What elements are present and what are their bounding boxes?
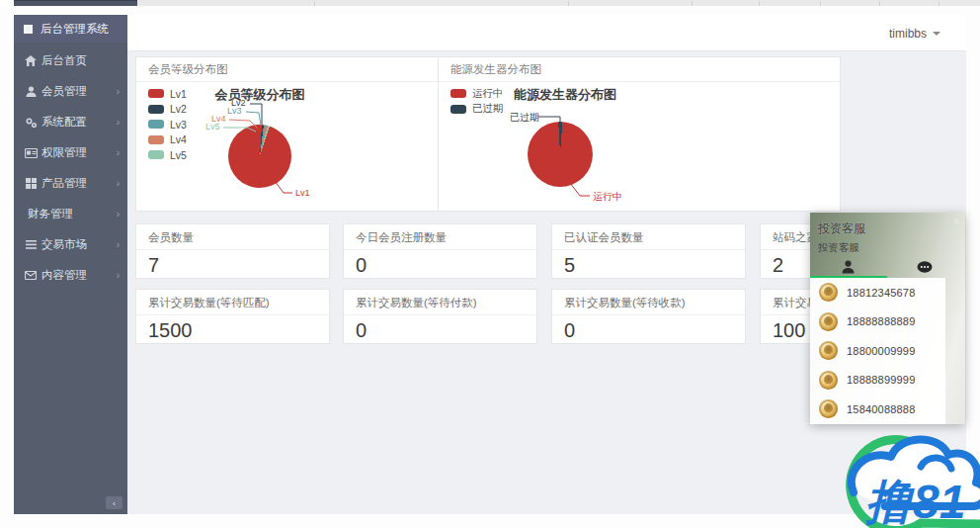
pie-callout-expired: 已过期	[510, 113, 539, 123]
grid-icon	[24, 178, 38, 190]
chart-legend: Lv1 Lv2 Lv3 Lv4 Lv5	[148, 86, 187, 163]
legend-label: Lv2	[170, 103, 187, 115]
sidebar-item-members[interactable]: 会员管理 ›	[14, 76, 127, 107]
legend-swatch	[148, 89, 164, 98]
tabstrip-lead	[0, 0, 14, 6]
tab-separator	[879, 1, 880, 6]
legend-item-lv4[interactable]: Lv4	[148, 132, 187, 148]
sidebar-item-market[interactable]: 交易市场 ›	[14, 229, 127, 260]
tab-separator	[759, 1, 760, 6]
customer-service-widget: × 投资客服 投资客服 18812345678 18888888889 1880…	[810, 213, 965, 424]
legend-swatch	[148, 120, 164, 129]
stat-value: 1500	[136, 315, 329, 342]
contact-list-item[interactable]: 18812345678	[810, 278, 945, 308]
gears-icon	[24, 117, 38, 129]
sidebar-item-home[interactable]: 后台首页	[14, 45, 127, 76]
pie-member-levels[interactable]	[228, 125, 291, 188]
legend-swatch	[148, 135, 164, 144]
sidebar-item-finance[interactable]: 财务管理 ›	[14, 199, 127, 229]
sidebar-item-system-config[interactable]: 系统配置 ›	[14, 107, 127, 137]
legend-item-lv2[interactable]: Lv2	[148, 102, 187, 118]
contacts-tab-person-icon[interactable]	[840, 259, 856, 275]
stat-card-today-registrations: 今日会员注册数量 0	[343, 223, 537, 279]
contact-list-item[interactable]: 18888899999	[810, 366, 945, 396]
gold-contact-icon	[819, 341, 838, 360]
generator-chart-card: 能源发生器分布图 运行中 已过期 能源发生器分布图 已过期 运行中	[438, 56, 841, 212]
sidebar-item-permissions[interactable]: 权限管理 ›	[14, 137, 127, 168]
sidebar-item-label: 内容管理	[41, 268, 117, 283]
contact-list-item[interactable]: 18800009999	[810, 336, 945, 366]
id-card-icon	[24, 147, 38, 159]
sidebar-item-label: 后台首页	[41, 53, 120, 68]
brand-square-icon	[24, 25, 33, 34]
sidebar-item-products[interactable]: 产品管理 ›	[14, 168, 127, 199]
pie-callout-lv3: Lv3	[227, 107, 242, 116]
chart-title: 能源发生器分布图	[486, 86, 644, 104]
legend-label: 已过期	[472, 102, 504, 116]
user-dropdown[interactable]: timibbs	[889, 15, 940, 51]
sidebar-item-label: 权限管理	[41, 145, 117, 160]
brand-title: 后台管理系统	[41, 22, 109, 37]
sidebar-item-label: 会员管理	[41, 84, 117, 99]
stat-value: 0	[344, 315, 536, 342]
stat-value: 0	[552, 315, 745, 342]
chevron-right-icon: ›	[117, 118, 120, 128]
contact-list: 18812345678 18888888889 18800009999 1888…	[810, 278, 945, 424]
sidebar-item-label: 产品管理	[41, 176, 117, 191]
gold-contact-icon	[819, 312, 838, 331]
cs-panel-subtitle: 投资客服	[818, 241, 859, 255]
sidebar-item-label: 财务管理	[28, 207, 117, 221]
chevron-right-icon: ›	[117, 210, 120, 220]
legend-swatch	[450, 105, 466, 114]
tab-separator	[692, 1, 693, 6]
gold-contact-icon	[819, 371, 838, 390]
sidebar-collapse-button[interactable]: ‹	[106, 496, 122, 509]
contact-list-item[interactable]: 18888888889	[810, 308, 945, 337]
stat-card-trades-payment: 累计交易数量(等待付款) 0	[343, 289, 537, 344]
sidebar: 后台管理系统 后台首页 会员管理 ›	[14, 15, 127, 514]
pie-callout-lv5: Lv5	[205, 123, 220, 132]
user-icon	[24, 86, 38, 98]
legend-swatch	[450, 89, 466, 98]
sidebar-nav: 后台首页 会员管理 › 系统配置 ›	[14, 45, 127, 291]
stat-value: 5	[552, 250, 745, 277]
tab-separator	[820, 1, 821, 6]
legend-item-lv1[interactable]: Lv1	[148, 86, 187, 102]
browser-tabstrip	[0, 0, 980, 6]
chat-tab-bubble-icon[interactable]	[917, 259, 933, 275]
browser-active-tab[interactable]	[14, 0, 137, 6]
stat-label: 累计交易数量(等待匹配)	[136, 290, 329, 315]
chevron-right-icon: ›	[117, 87, 120, 97]
contact-number: 18888899999	[847, 374, 916, 386]
chart-title: 会员等级分布图	[186, 86, 334, 104]
tab-separator	[314, 1, 315, 6]
sidebar-brand[interactable]: 后台管理系统	[14, 15, 127, 43]
legend-item-lv3[interactable]: Lv3	[148, 117, 187, 132]
stat-card-verified-members: 已认证会员数量 5	[551, 223, 746, 279]
legend-item-lv5[interactable]: Lv5	[148, 147, 187, 163]
sidebar-item-label: 系统配置	[41, 115, 117, 130]
stat-value: 7	[136, 250, 329, 277]
contact-list-item[interactable]: 15840088888	[810, 395, 945, 424]
stat-value: 0	[344, 250, 536, 277]
stat-card-trades-receiving: 累计交易数量(等待收款) 0	[551, 289, 746, 344]
pie-generators[interactable]	[528, 122, 593, 187]
tab-separator	[568, 1, 569, 6]
username-label: timibbs	[889, 27, 927, 41]
legend-label: Lv3	[170, 119, 187, 131]
contact-number: 18888888889	[847, 315, 916, 327]
cs-panel-title: 投资客服	[818, 220, 865, 237]
close-icon[interactable]: ×	[952, 215, 960, 227]
chevron-right-icon: ›	[117, 179, 120, 189]
topbar: timibbs	[127, 15, 966, 51]
legend-swatch	[148, 150, 164, 159]
legend-label: Lv4	[170, 133, 187, 145]
pie-callout-running: 运行中	[593, 192, 622, 202]
pie-callout-lv1: Lv1	[295, 189, 310, 198]
tab-separator	[939, 1, 939, 6]
stat-card-trades-matching: 累计交易数量(等待匹配) 1500	[135, 289, 330, 344]
chart-card-header: 能源发生器分布图	[439, 57, 840, 82]
legend-swatch	[148, 105, 164, 114]
sidebar-item-label: 交易市场	[41, 237, 117, 252]
sidebar-item-content[interactable]: 内容管理 ›	[14, 260, 127, 291]
